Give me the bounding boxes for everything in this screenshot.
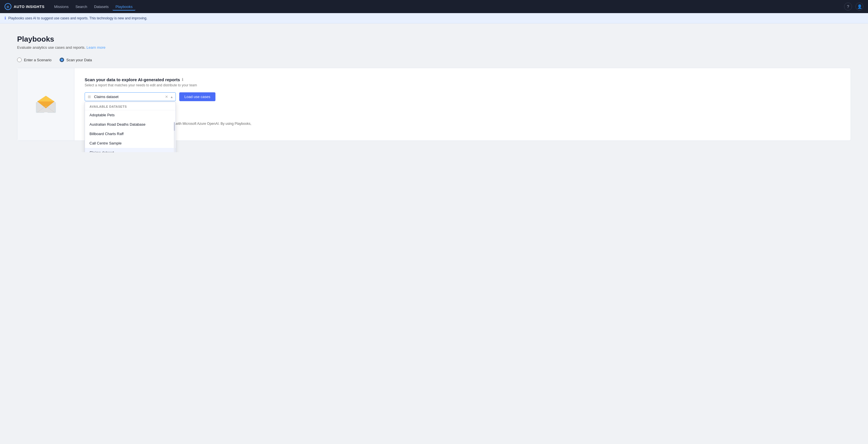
brand-name: AUTO INSIGHTS (14, 5, 44, 9)
banner-info-icon: ℹ (5, 16, 6, 20)
dataset-select-row: ⊞ Claims dataset ✕ ▲ Available Datasets … (85, 92, 840, 101)
scan-info-icon: ℹ (182, 77, 183, 82)
nav-links: Missions Search Datasets Playbooks (51, 3, 837, 10)
dataset-clear-icon[interactable]: ✕ (165, 95, 168, 99)
list-item[interactable]: Claims dataset (85, 148, 176, 152)
radio-scan[interactable]: Scan your Data (60, 58, 92, 62)
dropdown-header: Available Datasets (85, 102, 176, 110)
list-item[interactable]: Adoptable Pets (85, 110, 176, 120)
radio-scan-input[interactable] (60, 58, 64, 62)
envelope-illustration (34, 93, 57, 116)
card-content: Scan your data to explore AI-generated r… (74, 68, 850, 140)
brand-icon: ◎ (5, 3, 11, 10)
chevron-up-icon: ▲ (170, 95, 173, 99)
help-button[interactable]: ? (844, 3, 852, 10)
list-item[interactable]: Australian Road Deaths Database (85, 120, 176, 129)
nav-search[interactable]: Search (73, 3, 90, 10)
learn-more-link[interactable]: Learn more (87, 45, 105, 50)
dataset-select-display[interactable]: ⊞ Claims dataset ✕ ▲ (85, 92, 176, 101)
ai-banner: ℹ Playbooks uses AI to suggest use cases… (0, 13, 868, 23)
list-item[interactable]: Billboard Charts Raff (85, 129, 176, 138)
nav-datasets[interactable]: Datasets (91, 3, 112, 10)
selected-dataset-label: Claims dataset (94, 95, 119, 99)
banner-text: Playbooks uses AI to suggest use cases a… (8, 16, 147, 20)
list-item[interactable]: Call Centre Sample (85, 138, 176, 148)
scan-subtitle: Select a report that matches your needs … (85, 83, 840, 87)
main-content: Playbooks Evaluate analytics use cases a… (0, 23, 868, 152)
playbooks-card: Scan your data to explore AI-generated r… (17, 68, 851, 141)
nav-missions[interactable]: Missions (51, 3, 71, 10)
card-illustration (18, 68, 74, 140)
nav-right: ? 👤 (844, 3, 863, 10)
svg-marker-5 (37, 96, 55, 101)
dropdown-scrollbar[interactable] (174, 122, 175, 152)
dataset-dropdown: Available Datasets Adoptable Pets Austra… (85, 102, 176, 152)
nav-playbooks[interactable]: Playbooks (113, 3, 135, 10)
dropdown-list: Adoptable Pets Australian Road Deaths Da… (85, 110, 176, 152)
dropdown-scroll-area: Adoptable Pets Australian Road Deaths Da… (85, 110, 176, 152)
radio-group: Enter a Scenario Scan your Data (17, 58, 851, 62)
radio-scenario[interactable]: Enter a Scenario (17, 58, 52, 62)
dataset-select-wrapper: ⊞ Claims dataset ✕ ▲ Available Datasets … (85, 92, 176, 101)
page-title: Playbooks (17, 35, 851, 43)
brand: ◎ AUTO INSIGHTS (5, 3, 44, 10)
user-button[interactable]: 👤 (856, 3, 863, 10)
scan-title: Scan your data to explore AI-generated r… (85, 77, 840, 82)
load-use-cases-button[interactable]: Load use cases (179, 92, 215, 101)
dropdown-scrollbar-thumb (174, 122, 175, 131)
page-subtitle: Evaluate analytics use cases and reports… (17, 45, 851, 50)
navbar: ◎ AUTO INSIGHTS Missions Search Datasets… (0, 0, 868, 13)
dataset-icon: ⊞ (88, 95, 91, 99)
radio-scenario-input[interactable] (17, 58, 22, 62)
